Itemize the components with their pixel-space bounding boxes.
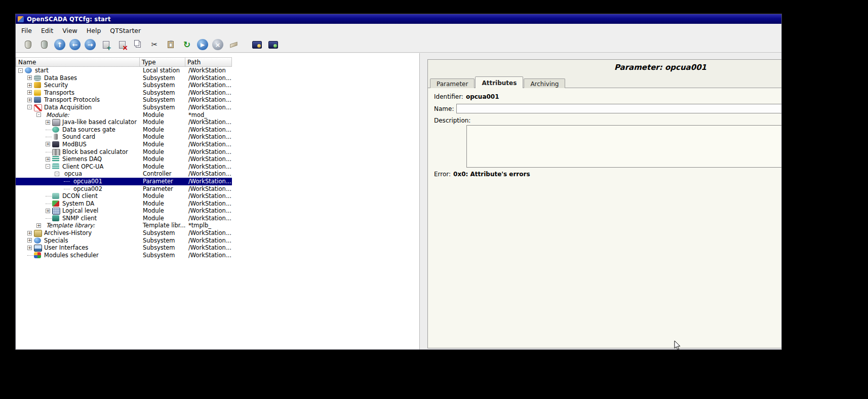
tree-row-user-interfaces[interactable]: +User InterfacesSubsystem/WorkStation...	[16, 244, 232, 252]
tree-row-dcon-client[interactable]: DCON clientModule/WorkStation...	[16, 192, 232, 200]
expand-toggle-icon[interactable]: +	[27, 98, 32, 102]
tree-item-label: Siemens DAQ	[62, 155, 102, 163]
tree-row-transport-protocols[interactable]: +Transport ProtocolsSubsystem/WorkStatio…	[16, 96, 232, 104]
menu-view[interactable]: View	[58, 25, 82, 36]
cut-item-button[interactable]: ✂	[148, 38, 161, 51]
tree-row-security[interactable]: +SecuritySubsystem/WorkStation...	[16, 82, 232, 89]
tree-cell-type: Subsystem	[140, 104, 185, 111]
name-field[interactable]	[456, 104, 781, 113]
expand-toggle-icon[interactable]: +	[27, 83, 32, 88]
tree-row-sound-card[interactable]: Sound cardModule/WorkStation...	[16, 133, 232, 141]
tab-parameter[interactable]: Parameter	[430, 78, 475, 88]
tree-row-block-based-calculator[interactable]: Block based calculatorModule/WorkStation…	[16, 148, 232, 156]
tree-cell-type: Template libr...	[140, 222, 185, 229]
expand-toggle-icon[interactable]: +	[46, 142, 50, 146]
expand-toggle-icon[interactable]: +	[27, 246, 32, 250]
tree-row-opcua002[interactable]: opcua002Parameter/WorkStation...	[16, 185, 232, 193]
add-item-button[interactable]: +	[100, 38, 112, 51]
previous-button[interactable]: ←	[69, 39, 81, 50]
collapse-toggle-icon[interactable]: -	[55, 172, 59, 176]
tree-cell-type: Module	[140, 148, 185, 156]
tree-row-snmp-client[interactable]: SNMP clientModule/WorkStation...	[16, 215, 232, 222]
load-button[interactable]	[22, 38, 34, 51]
tree-item-label: Data sources gate	[62, 126, 115, 134]
tree-row-java-like-based-calculator[interactable]: +Java-like based calculatorModule/WorkSt…	[16, 118, 232, 126]
tree-row-modules-scheduler[interactable]: Modules schedulerSubsystem/WorkStation..…	[16, 252, 232, 259]
tree-cell-type: Subsystem	[140, 237, 185, 245]
tree-row-logical-level[interactable]: +Logical levelModule/WorkStation...	[16, 207, 232, 215]
up-button[interactable]: ↑	[54, 39, 65, 50]
tree-item-label: Logical level	[62, 207, 98, 215]
expand-toggle-icon[interactable]: +	[27, 238, 32, 243]
copy-item-button[interactable]	[132, 38, 144, 51]
tree-cell-type: Module	[140, 141, 185, 148]
clear-button[interactable]	[227, 38, 240, 51]
qtstarter-2-button[interactable]	[267, 38, 279, 51]
expand-toggle-icon[interactable]: +	[36, 223, 41, 228]
collapse-toggle-icon[interactable]: -	[27, 105, 32, 109]
expand-toggle-icon[interactable]: +	[27, 231, 32, 235]
tree-row-data-bases[interactable]: +Data BasesSubsystem/WorkStation...	[16, 74, 232, 82]
qtstarter-1-button[interactable]	[251, 38, 263, 51]
paste-item-button[interactable]	[165, 38, 177, 51]
next-button[interactable]: →	[85, 39, 96, 50]
tree-row-modbus[interactable]: +ModBUSModule/WorkStation...	[16, 141, 232, 148]
tree-row-data-sources-gate[interactable]: Data sources gateModule/WorkStation...	[16, 126, 232, 134]
tree-cell-name: -Client OPC-UA	[16, 163, 140, 171]
tree-cell-path: /WorkStation...	[185, 148, 232, 156]
logical-icon	[52, 208, 60, 215]
tree-row-archives-history[interactable]: +Archives-HistorySubsystem/WorkStation..…	[16, 229, 232, 237]
tree-row-specials[interactable]: +SpecialsSubsystem/WorkStation...	[16, 237, 232, 245]
menu-help[interactable]: Help	[82, 25, 106, 36]
menu-edit[interactable]: Edit	[36, 25, 58, 36]
tree-column-header-path[interactable]: Path	[185, 57, 232, 67]
tree-row-start[interactable]: -startLocal station/WorkStation	[16, 67, 232, 74]
tree-row-siemens-daq[interactable]: +Siemens DAQModule/WorkStation...	[16, 155, 232, 163]
expand-toggle-icon[interactable]: +	[46, 157, 50, 162]
tree-row-opcua[interactable]: -opcuaController/WorkStation...	[16, 170, 232, 178]
collapse-toggle-icon[interactable]: -	[36, 112, 41, 117]
tree-row-module[interactable]: -Module:Module*mod_	[16, 111, 232, 119]
expand-toggle-icon[interactable]: +	[46, 209, 50, 213]
tree-row-template-library[interactable]: +Template library:Template libr...*tmplb…	[16, 222, 232, 229]
title-bar[interactable]: OpenSCADA QTCfg: start	[16, 14, 781, 24]
save-button[interactable]	[38, 38, 50, 51]
menu-file[interactable]: File	[17, 25, 36, 36]
navigation-tree: NameTypePath -startLocal station/WorkSta…	[16, 53, 420, 349]
tree-cell-name: -Data Acquisition	[16, 104, 140, 111]
specials-icon	[34, 237, 41, 244]
stop-update-button[interactable]: ×	[212, 39, 223, 50]
expand-toggle-icon[interactable]: +	[27, 75, 32, 80]
tree-row-transports[interactable]: +TransportsSubsystem/WorkStation...	[16, 89, 232, 97]
tree-cell-type: Subsystem	[140, 96, 185, 104]
description-field[interactable]	[466, 125, 781, 168]
tree-column-header-name[interactable]: Name	[16, 57, 140, 67]
delete-item-button[interactable]: ×	[116, 38, 128, 51]
modbus-icon	[52, 141, 59, 147]
tab-archiving[interactable]: Archiving	[524, 78, 565, 88]
collapse-toggle-icon[interactable]: -	[18, 68, 23, 73]
expand-toggle-icon[interactable]: +	[46, 120, 50, 125]
tree-cell-type: Module	[140, 126, 185, 134]
collapse-toggle-icon[interactable]: -	[46, 164, 50, 169]
tree-header-filler	[232, 57, 419, 67]
branch-line	[64, 181, 70, 182]
expand-toggle-icon[interactable]: +	[27, 90, 32, 95]
tree-cell-name: +Specials	[16, 237, 140, 245]
tree-row-opcua001[interactable]: opcua001Parameter/WorkStation...	[16, 178, 232, 185]
databases-icon	[34, 75, 41, 81]
tree-column-header-type[interactable]: Type	[140, 57, 185, 67]
tree-cell-path: /WorkStation...	[185, 192, 232, 200]
menu-qtstarter[interactable]: QTStarter	[105, 25, 145, 36]
branch-line	[46, 204, 52, 204]
tree-row-system-da[interactable]: System DAModule/WorkStation...	[16, 200, 232, 208]
tree-cell-name: +Siemens DAQ	[16, 155, 140, 163]
tree-row-data-acquisition[interactable]: -Data AcquisitionSubsystem/WorkStation..…	[16, 104, 232, 111]
tree-row-client-opc-ua[interactable]: -Client OPC-UAModule/WorkStation...	[16, 163, 232, 171]
start-update-button[interactable]: ▶	[197, 39, 208, 50]
tab-attributes[interactable]: Attributes	[475, 76, 523, 88]
tree-item-label: Data Acquisition	[44, 104, 92, 111]
tree-cell-name: -Module:	[16, 111, 140, 119]
refresh-button[interactable]: ↻	[181, 38, 193, 51]
copy-item-icon	[134, 40, 139, 46]
